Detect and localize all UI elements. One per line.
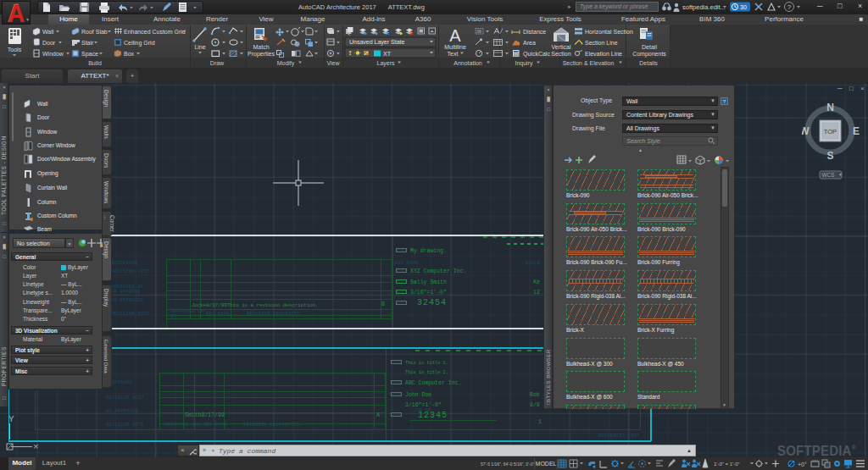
svg-text:Properties: Properties [248, 51, 275, 58]
svg-text:Section & Elevation: Section & Elevation [563, 60, 615, 66]
svg-text:Draw: Draw [210, 60, 225, 66]
svg-text:1'-0" = 1'-0": 1'-0" = 1'-0" [714, 462, 740, 467]
svg-text:Text: Text [448, 51, 459, 57]
svg-text:Modify: Modify [277, 60, 295, 67]
svg-text:Section Line: Section Line [585, 40, 618, 46]
svg-text:Space: Space [81, 51, 98, 58]
svg-text:View: View [326, 60, 340, 66]
svg-text:QuickCalc: QuickCalc [523, 51, 550, 58]
svg-text:Enhanced Custom Grid: Enhanced Custom Grid [124, 29, 186, 35]
svg-text:Door: Door [42, 40, 56, 46]
svg-text:Match: Match [253, 44, 269, 50]
svg-text:Roof Slab: Roof Slab [81, 29, 108, 35]
svg-text:Window: Window [42, 51, 64, 57]
svg-text:+0°: +0° [798, 462, 807, 467]
svg-text:Multiline: Multiline [444, 44, 466, 50]
svg-text:Layers: Layers [376, 60, 395, 67]
svg-text:Elevation Line: Elevation Line [585, 51, 622, 57]
svg-text:Tools: Tools [8, 47, 22, 53]
svg-text:A: A [449, 26, 461, 45]
svg-text:WCS: WCS [821, 172, 835, 178]
svg-text:Unsaved Layer State: Unsaved Layer State [349, 39, 404, 46]
svg-text:Area: Area [523, 40, 536, 46]
svg-text:W: W [802, 125, 810, 137]
svg-text:E: E [853, 125, 860, 137]
svg-text:30: 30 [740, 4, 747, 10]
svg-text:×: × [33, 442, 39, 452]
svg-text:Annotation: Annotation [453, 60, 482, 66]
svg-text:Stair: Stair [81, 40, 94, 46]
svg-text:Distance: Distance [523, 29, 546, 35]
svg-text:Box: Box [124, 51, 135, 57]
svg-text:Ceiling Grid: Ceiling Grid [124, 40, 155, 47]
svg-text:?: ? [787, 3, 792, 11]
svg-text:Inquiry: Inquiry [515, 60, 533, 67]
svg-text:Horizontal Section: Horizontal Section [585, 29, 633, 35]
svg-text:Vertical: Vertical [552, 44, 571, 50]
svg-text:Components: Components [632, 51, 666, 58]
svg-text:Section: Section [551, 51, 570, 57]
svg-text:Wall: Wall [42, 29, 54, 35]
svg-text:▼: ▼ [838, 172, 843, 177]
svg-text:Details: Details [639, 60, 658, 66]
svg-text:XT: XT [383, 51, 392, 57]
svg-text:Detail: Detail [642, 44, 657, 50]
svg-text:Line: Line [194, 44, 205, 50]
svg-text:N: N [826, 102, 834, 113]
svg-text:Build: Build [88, 60, 102, 66]
svg-text:TOP: TOP [824, 128, 837, 135]
svg-text:softpedia.edit...: softpedia.edit... [682, 3, 726, 11]
svg-text:Y: Y [8, 414, 14, 424]
svg-text:S: S [826, 150, 833, 162]
